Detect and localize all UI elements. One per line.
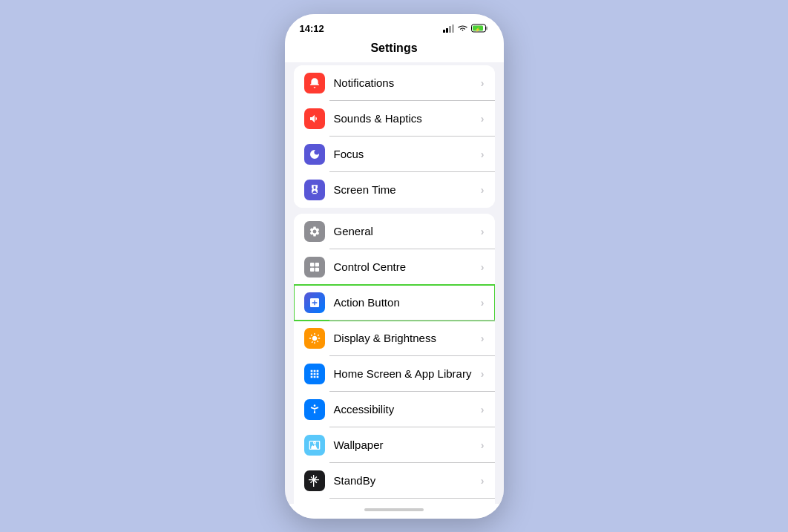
controlcentre-label: Control Centre (334, 260, 481, 273)
list-item-homescreen[interactable]: Home Screen & App Library › (294, 356, 495, 392)
status-bar: 14:12 ⚡ (285, 14, 504, 37)
wallpaper-icon (304, 435, 325, 456)
home-bar (364, 508, 424, 511)
sounds-icon (304, 108, 325, 129)
display-chevron: › (481, 332, 485, 344)
list-item-siri[interactable]: Siri & Search › (294, 499, 495, 504)
actionbutton-icon (304, 292, 325, 313)
sounds-label: Sounds & Haptics (334, 112, 481, 125)
accessibility-chevron: › (481, 404, 485, 416)
focus-label: Focus (334, 148, 481, 160)
list-item-controlcentre[interactable]: Control Centre › (294, 249, 495, 285)
homescreen-chevron: › (481, 368, 485, 380)
standby-chevron: › (481, 475, 485, 487)
notifications-chevron: › (481, 77, 485, 89)
notifications-icon (304, 73, 325, 93)
controlcentre-icon (304, 257, 325, 278)
list-item-focus[interactable]: Focus › (294, 137, 495, 172)
list-item-general[interactable]: General › (294, 214, 495, 249)
wallpaper-label: Wallpaper (334, 439, 481, 451)
focus-chevron: › (481, 148, 485, 160)
list-item-screentime[interactable]: Screen Time › (294, 172, 495, 208)
svg-rect-2 (449, 26, 451, 33)
scroll-content[interactable]: Notifications › Sounds & Haptics › Focus… (285, 62, 504, 504)
list-item-wallpaper[interactable]: Wallpaper › (294, 427, 495, 463)
wifi-icon (457, 24, 468, 33)
battery-icon: ⚡ (471, 24, 489, 33)
actionbutton-label: Action Button (334, 296, 481, 309)
sounds-chevron: › (481, 113, 485, 125)
accessibility-label: Accessibility (334, 403, 481, 416)
signal-icon (443, 24, 454, 33)
notifications-label: Notifications (334, 76, 481, 89)
list-item-accessibility[interactable]: Accessibility › (294, 392, 495, 427)
svg-rect-10 (310, 267, 314, 271)
general-label: General (334, 225, 481, 237)
list-item-standby[interactable]: StandBy › (294, 463, 495, 499)
list-item-sounds[interactable]: Sounds & Haptics › (294, 101, 495, 137)
display-icon (304, 328, 325, 349)
section-2: General › Control Centre › Action Button… (294, 214, 495, 504)
svg-rect-3 (452, 24, 454, 33)
list-item-actionbutton[interactable]: Action Button › (294, 285, 495, 321)
controlcentre-chevron: › (481, 261, 485, 273)
svg-point-12 (313, 404, 315, 407)
svg-rect-11 (315, 267, 318, 271)
general-icon (304, 221, 325, 242)
general-chevron: › (481, 226, 485, 237)
svg-rect-0 (443, 30, 445, 33)
phone-frame: 14:12 ⚡ Settings (285, 14, 504, 519)
list-item-display[interactable]: Display & Brightness › (294, 321, 495, 356)
screentime-icon (304, 180, 325, 200)
standby-icon (304, 470, 325, 491)
list-item-notifications[interactable]: Notifications › (294, 65, 495, 101)
accessibility-icon (304, 399, 325, 420)
status-time: 14:12 (300, 23, 324, 34)
standby-label: StandBy (334, 474, 481, 487)
screentime-label: Screen Time (334, 183, 481, 196)
svg-text:⚡: ⚡ (474, 27, 480, 33)
home-indicator (285, 504, 504, 519)
svg-rect-9 (315, 263, 318, 266)
actionbutton-chevron: › (481, 297, 485, 309)
page-title: Settings (285, 37, 504, 62)
status-icons: ⚡ (443, 24, 489, 33)
svg-rect-8 (310, 263, 314, 266)
display-label: Display & Brightness (334, 332, 481, 344)
svg-rect-5 (486, 27, 487, 30)
svg-rect-1 (446, 28, 448, 33)
homescreen-label: Home Screen & App Library (334, 367, 481, 380)
homescreen-icon (304, 364, 325, 384)
focus-icon (304, 144, 325, 165)
section-1: Notifications › Sounds & Haptics › Focus… (294, 65, 495, 208)
screentime-chevron: › (481, 184, 485, 196)
wallpaper-chevron: › (481, 439, 485, 451)
